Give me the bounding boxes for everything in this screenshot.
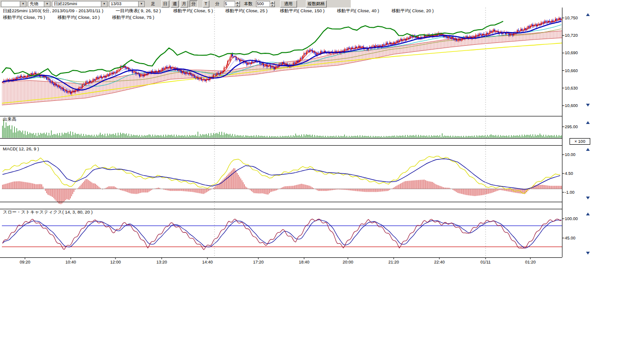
indicator-header-line2: 移動平均( Close, 75 ) 移動平均( Close, 10 ) 移動平均… — [3, 15, 154, 21]
chart-application-window: ▼ 先物 ▼ 日経225mini ▼ 13/03 ▼ 足 日 週 月 分 T 分… — [0, 0, 644, 362]
indicator-ma5-label: 移動平均( Close, 5 ) — [173, 8, 213, 14]
contract-month-value: 13/03 — [111, 1, 122, 6]
symbol-value: 日経225mini — [54, 1, 77, 7]
chart-canvas[interactable] — [0, 0, 644, 362]
apply-button[interactable]: 適用 — [280, 0, 297, 8]
indicator-ma150-label: 移動平均( Close, 150 ) — [280, 8, 325, 14]
indicator-ichimoku-label: 一目均衡表( 9, 26, 52 ) — [116, 8, 161, 14]
dropdown-arrow-icon[interactable]: ▼ — [138, 1, 144, 7]
market-value: 先物 — [30, 1, 38, 7]
indicator-ma75-label: 移動平均( Close, 75 ) — [3, 15, 45, 21]
indicator-ma20-label: 移動平均( Close, 20 ) — [391, 8, 434, 14]
stoch-scale-up-button[interactable] — [586, 213, 590, 215]
minute-unit-label: 分 — [215, 1, 220, 7]
symbol-combobox[interactable]: 日経225mini ▼ — [52, 1, 107, 7]
period-day-button[interactable]: 日 — [161, 0, 169, 8]
spin-down-icon[interactable]: ▼ — [270, 4, 275, 7]
tick-button[interactable]: T — [203, 0, 209, 8]
minute-stepper: ▲ ▼ — [224, 1, 240, 7]
macd-pane-label: MACD( 12, 26, 9 ) — [3, 146, 39, 151]
macd-scale-up-button[interactable] — [586, 148, 590, 151]
toolbar: ▼ 先物 ▼ 日経225mini ▼ 13/03 ▼ 足 日 週 月 分 T 分… — [0, 0, 351, 8]
multi-symbol-button[interactable]: 複数銘柄 — [306, 0, 327, 8]
count-label: 本数 — [244, 1, 253, 7]
spin-down-icon[interactable]: ▼ — [235, 4, 240, 7]
count-input[interactable] — [256, 1, 270, 7]
indicator-ma40-label: 移動平均( Close, 40 ) — [337, 8, 380, 14]
contract-month-combobox[interactable]: 13/03 ▼ — [109, 1, 145, 7]
volume-multiplier-badge: × 100 — [570, 138, 590, 145]
chart-mode-combobox[interactable]: ▼ — [1, 1, 26, 7]
stoch-scale-down-button[interactable] — [586, 252, 590, 255]
volume-pane-label: 出来高 — [3, 116, 17, 123]
price-scale-up-button[interactable] — [586, 13, 590, 16]
chart-title: 日経225mini 13/03( 5分, 2013/01/09 - 2013/0… — [3, 8, 103, 14]
volume-scale-up-button[interactable] — [586, 121, 590, 124]
period-month-button[interactable]: 月 — [180, 0, 188, 8]
dropdown-arrow-icon[interactable]: ▼ — [44, 1, 50, 7]
indicator-header-line1: 日経225mini 13/03( 5分, 2013/01/09 - 2013/0… — [3, 8, 434, 14]
market-combobox[interactable]: 先物 ▼ — [28, 1, 50, 7]
dropdown-arrow-icon[interactable]: ▼ — [101, 1, 107, 7]
indicator-ma25-label: 移動平均( Close, 25 ) — [225, 8, 268, 14]
dropdown-arrow-icon[interactable]: ▼ — [20, 1, 26, 7]
stochastics-pane-label: スロー・ストキャスティクス( 14, 3, 80, 20 ) — [3, 209, 92, 215]
indicator-ma75b-label: 移動平均( Close, 75 ) — [112, 15, 155, 21]
bar-type-label: 足 — [151, 1, 155, 7]
period-minute-button[interactable]: 分 — [190, 0, 198, 8]
price-scale-down-button[interactable] — [586, 104, 590, 107]
minute-input[interactable] — [224, 1, 235, 7]
period-week-button[interactable]: 週 — [171, 0, 179, 8]
count-stepper: ▲ ▼ — [256, 1, 275, 7]
macd-scale-down-button[interactable] — [586, 197, 590, 199]
indicator-ma10-label: 移動平均( Close, 10 ) — [58, 15, 100, 21]
